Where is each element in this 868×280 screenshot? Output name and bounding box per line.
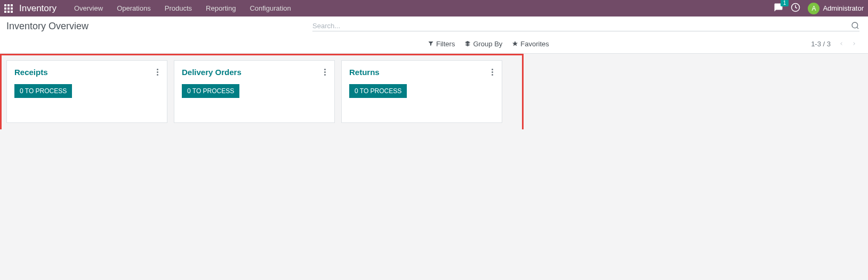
avatar: A bbox=[808, 3, 819, 14]
nav-item-operations[interactable]: Operations bbox=[110, 4, 158, 12]
user-menu[interactable]: A Administrator bbox=[808, 3, 864, 14]
nav-item-reporting[interactable]: Reporting bbox=[199, 4, 243, 12]
filter-icon bbox=[428, 40, 434, 47]
apps-grid-icon[interactable] bbox=[4, 4, 13, 13]
main-content: Receipts 0 TO PROCESS Delivery Orders 0 … bbox=[0, 54, 868, 129]
search-box bbox=[312, 21, 859, 31]
pager-next-button[interactable] bbox=[849, 38, 859, 49]
chevron-left-icon bbox=[839, 41, 844, 46]
card-header: Returns bbox=[349, 68, 494, 77]
favorites-label: Favorites bbox=[520, 40, 549, 48]
kanban-card-receipts: Receipts 0 TO PROCESS bbox=[6, 60, 167, 123]
process-button[interactable]: 0 TO PROCESS bbox=[14, 84, 72, 98]
nav-item-overview[interactable]: Overview bbox=[67, 4, 110, 12]
svg-line-2 bbox=[857, 27, 858, 29]
navbar: Inventory Overview Operations Products R… bbox=[0, 0, 868, 17]
groupby-label: Group By bbox=[473, 40, 502, 48]
kanban-card-returns: Returns 0 TO PROCESS bbox=[341, 60, 502, 123]
card-title[interactable]: Returns bbox=[349, 68, 380, 77]
nav-item-products[interactable]: Products bbox=[158, 4, 199, 12]
pager: 1-3 / 3 bbox=[811, 38, 859, 49]
card-title[interactable]: Delivery Orders bbox=[182, 68, 242, 77]
user-name: Administrator bbox=[823, 4, 864, 12]
navbar-left: Inventory Overview Operations Products R… bbox=[4, 3, 298, 14]
process-button[interactable]: 0 TO PROCESS bbox=[349, 84, 407, 98]
filters-button[interactable]: Filters bbox=[428, 40, 455, 48]
control-top: Inventory Overview bbox=[0, 17, 868, 34]
groupby-button[interactable]: Group By bbox=[464, 40, 502, 48]
search-icon[interactable] bbox=[851, 21, 859, 30]
favorites-button[interactable]: Favorites bbox=[512, 40, 549, 48]
svg-point-1 bbox=[852, 22, 858, 28]
page-title: Inventory Overview bbox=[6, 21, 89, 32]
star-icon bbox=[512, 40, 518, 47]
search-input[interactable] bbox=[312, 22, 851, 30]
kebab-menu-icon[interactable] bbox=[491, 68, 494, 77]
card-header: Delivery Orders bbox=[182, 68, 327, 77]
kanban-container: Receipts 0 TO PROCESS Delivery Orders 0 … bbox=[6, 60, 862, 123]
process-button[interactable]: 0 TO PROCESS bbox=[182, 84, 239, 98]
nav-menu: Overview Operations Products Reporting C… bbox=[67, 4, 298, 12]
pager-prev-button[interactable] bbox=[836, 38, 847, 49]
chat-icon[interactable]: 1 bbox=[774, 3, 783, 14]
nav-item-configuration[interactable]: Configuration bbox=[243, 4, 298, 12]
chat-badge: 1 bbox=[781, 0, 789, 6]
pager-text: 1-3 / 3 bbox=[811, 40, 831, 48]
chevron-right-icon bbox=[851, 41, 857, 46]
kebab-menu-icon[interactable] bbox=[156, 68, 159, 77]
navbar-right: 1 A Administrator bbox=[774, 3, 864, 14]
card-title[interactable]: Receipts bbox=[14, 68, 48, 77]
kebab-menu-icon[interactable] bbox=[323, 68, 327, 77]
kanban-card-delivery-orders: Delivery Orders 0 TO PROCESS bbox=[174, 60, 335, 123]
layers-icon bbox=[464, 40, 471, 47]
app-brand[interactable]: Inventory bbox=[19, 3, 57, 14]
card-header: Receipts bbox=[14, 68, 159, 77]
filters-label: Filters bbox=[436, 40, 455, 48]
clock-icon[interactable] bbox=[791, 3, 800, 14]
control-bottom: Filters Group By Favorites 1-3 / 3 bbox=[0, 34, 868, 53]
control-panel: Inventory Overview Filters Group By Favo… bbox=[0, 17, 868, 54]
filter-buttons: Filters Group By Favorites bbox=[428, 40, 549, 48]
